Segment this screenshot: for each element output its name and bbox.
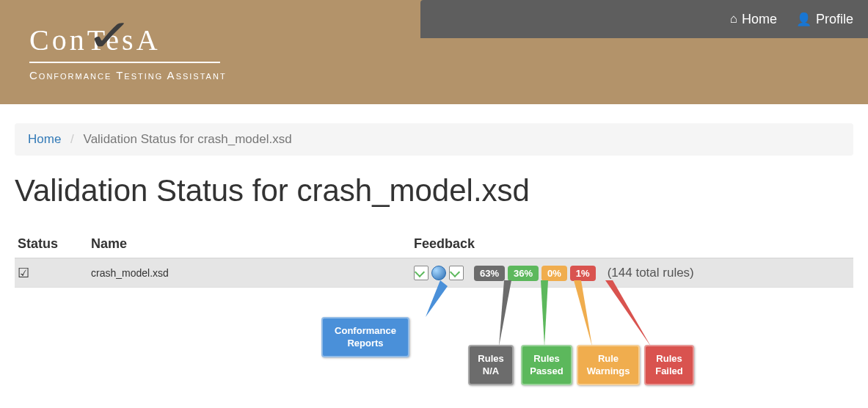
breadcrumb-current: Validation Status for crash_model.xsd	[84, 132, 292, 146]
pointer-failed	[598, 288, 657, 346]
report-icon-1[interactable]	[414, 266, 428, 280]
breadcrumb: Home / Validation Status for crash_model…	[15, 123, 853, 156]
pointer-na	[495, 288, 517, 346]
callout-warning-text: Rule Warnings	[586, 353, 631, 377]
svg-marker-1	[499, 280, 511, 346]
nav-profile-label: Profile	[816, 12, 853, 27]
callout-reports-text: Conformance Reports	[330, 325, 401, 349]
logo: ConTesA ✓ Conformance Testing Assistant	[29, 23, 227, 81]
content-area: Home / Validation Status for crash_model…	[0, 123, 868, 408]
cell-feedback: 63% 36% 0% 1% (144 total rules)	[411, 258, 853, 288]
table-header-row: Status Name Feedback	[15, 230, 853, 258]
nav-home[interactable]: ⌂ Home	[730, 12, 777, 27]
header-left: ConTesA ✓ Conformance Testing Assistant	[0, 0, 420, 104]
page-title: Validation Status for crash_model.xsd	[15, 173, 853, 208]
badge-failed[interactable]: 1%	[570, 266, 596, 281]
annotations-layer: Conformance Reports Rules N/A Rules Pass…	[15, 288, 853, 408]
svg-marker-2	[541, 280, 548, 346]
user-icon: 👤	[796, 12, 812, 27]
table-row: ☑ crash_model.xsd 63% 36% 0% 1% (144 tot…	[15, 258, 853, 288]
badge-passed[interactable]: 36%	[508, 266, 539, 281]
svg-marker-3	[574, 280, 592, 346]
callout-warning: Rule Warnings	[577, 345, 640, 385]
callout-passed-text: Rules Passed	[530, 353, 564, 377]
report-icon-2[interactable]	[449, 266, 464, 280]
total-rules: (144 total rules)	[608, 266, 694, 280]
pointer-passed	[532, 288, 554, 346]
logo-main: ConTesA ✓	[29, 23, 161, 57]
callout-na: Rules N/A	[468, 345, 514, 385]
callout-reports: Conformance Reports	[321, 317, 409, 357]
col-header-status: Status	[15, 230, 88, 258]
callout-na-text: Rules N/A	[477, 353, 505, 377]
cell-name: crash_model.xsd	[88, 258, 411, 288]
app-header: ConTesA ✓ Conformance Testing Assistant …	[0, 0, 868, 106]
cell-status: ☑	[15, 258, 88, 288]
home-icon: ⌂	[730, 12, 737, 26]
status-check-icon: ☑	[18, 266, 29, 280]
nav-profile[interactable]: 👤 Profile	[796, 12, 853, 27]
navbar: ⌂ Home 👤 Profile	[420, 0, 868, 38]
callout-passed: Rules Passed	[521, 345, 572, 385]
feedback-container: 63% 36% 0% 1% (144 total rules)	[414, 266, 850, 281]
logo-subtitle: Conformance Testing Assistant	[29, 69, 227, 81]
breadcrumb-separator: /	[65, 132, 80, 146]
badge-warning[interactable]: 0%	[541, 266, 567, 281]
col-header-feedback: Feedback	[411, 230, 853, 258]
nav-home-label: Home	[742, 12, 777, 27]
callout-failed-text: Rules Failed	[653, 353, 685, 377]
breadcrumb-home-link[interactable]: Home	[28, 132, 61, 146]
logo-check-icon: ✓	[86, 10, 137, 62]
report-icon-globe[interactable]	[431, 266, 446, 280]
badge-na[interactable]: 63%	[474, 266, 505, 281]
pointer-warning	[566, 288, 596, 346]
svg-marker-4	[605, 280, 651, 346]
logo-underline	[29, 62, 220, 63]
callout-failed: Rules Failed	[644, 345, 694, 385]
col-header-name: Name	[88, 230, 411, 258]
status-table: Status Name Feedback ☑ crash_model.xsd 6	[15, 230, 853, 288]
